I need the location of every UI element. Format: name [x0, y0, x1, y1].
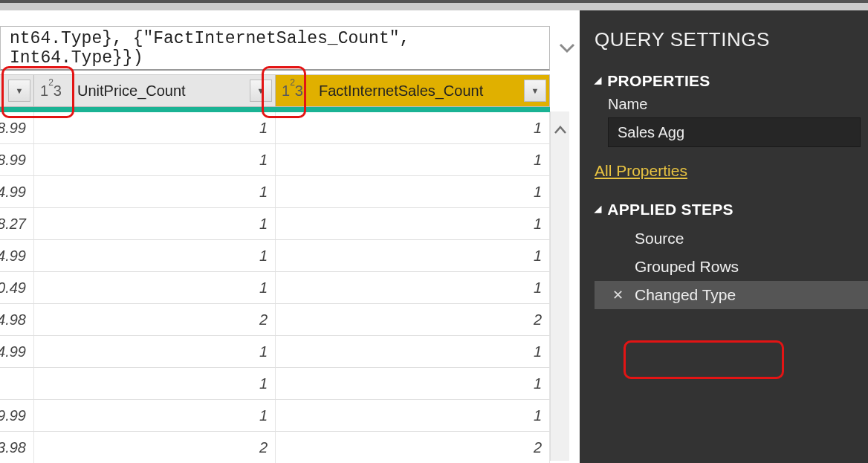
cell-unitprice-count: 1 [34, 240, 276, 271]
cell-unitprice-count: 1 [34, 400, 276, 431]
cell-factinternetsales-count: 1 [276, 112, 550, 143]
column-filter-icon[interactable]: ▼ [524, 80, 546, 102]
table-row[interactable]: 4.9911 [0, 336, 550, 368]
query-name-input[interactable]: Sales Agg [608, 117, 861, 147]
step-label: Grouped Rows [635, 258, 739, 276]
cell-unitprice-count: 1 [34, 336, 276, 367]
cell-factinternetsales-count: 1 [276, 400, 550, 431]
row-leading-cell [0, 368, 34, 399]
query-settings-panel: QUERY SETTINGS ◢ PROPERTIES Name Sales A… [580, 10, 868, 463]
cell-factinternetsales-count: 2 [276, 304, 550, 335]
column-header-factinternetsales-count[interactable]: 123 FactInternetSales_Count ▼ [276, 75, 550, 106]
cell-unitprice-count: 1 [34, 112, 276, 143]
formula-expand-button[interactable] [556, 37, 578, 59]
table-row[interactable]: 8.9911 [0, 112, 550, 144]
cell-factinternetsales-count: 1 [276, 176, 550, 207]
cell-unitprice-count: 1 [34, 144, 276, 175]
properties-section-header[interactable]: ◢ PROPERTIES [595, 72, 855, 90]
row-leading-cell: 0.49 [0, 272, 34, 303]
name-label: Name [608, 96, 855, 113]
table-row[interactable]: 3.9822 [0, 432, 550, 463]
row-leading-cell: 9.99 [0, 400, 34, 431]
properties-label: PROPERTIES [607, 72, 710, 90]
row-leading-cell: 4.99 [0, 240, 34, 271]
row-leading-cell: 8.99 [0, 144, 34, 175]
table-row[interactable]: 4.9911 [0, 176, 550, 208]
step-label: Changed Type [635, 286, 736, 304]
table-row[interactable]: 11 [0, 368, 550, 400]
column-filter-icon[interactable]: ▼ [250, 80, 272, 102]
select-all-filter-icon[interactable]: ▼ [8, 80, 30, 102]
column-name: FactInternetSales_Count [319, 82, 483, 100]
row-leading-cell: 8.27 [0, 208, 34, 239]
cell-factinternetsales-count: 1 [276, 336, 550, 367]
row-header-cell[interactable]: ▼ [0, 75, 34, 106]
cell-factinternetsales-count: 1 [276, 144, 550, 175]
row-leading-cell: 4.99 [0, 336, 34, 367]
cell-factinternetsales-count: 1 [276, 208, 550, 239]
cell-unitprice-count: 2 [34, 432, 276, 463]
step-label: Source [635, 230, 684, 247]
number-type-icon: 123 [40, 82, 62, 100]
collapse-icon: ◢ [595, 75, 601, 85]
cell-factinternetsales-count: 1 [276, 272, 550, 303]
applied-step[interactable]: Source [605, 224, 855, 253]
cell-factinternetsales-count: 1 [276, 368, 550, 399]
row-leading-cell: 4.98 [0, 304, 34, 335]
applied-step[interactable]: ✕Changed Type [595, 281, 868, 309]
row-leading-cell: 8.99 [0, 112, 34, 143]
collapse-icon: ◢ [595, 204, 601, 214]
scroll-up-icon[interactable] [553, 120, 568, 140]
row-leading-cell: 3.98 [0, 432, 34, 463]
table-row[interactable]: 9.9911 [0, 400, 550, 432]
table-row[interactable]: 4.9911 [0, 240, 550, 272]
cell-factinternetsales-count: 1 [276, 240, 550, 271]
applied-steps-section-header[interactable]: ◢ APPLIED STEPS [595, 201, 855, 218]
cell-unitprice-count: 1 [34, 208, 276, 239]
table-header-row: ▼ 123 UnitPrice_Count ▼ 123 FactInternet… [0, 74, 550, 107]
vertical-scrollbar[interactable] [550, 111, 569, 461]
number-type-icon: 123 [282, 82, 303, 100]
cell-unitprice-count: 1 [34, 176, 276, 207]
applied-steps-list: SourceGrouped Rows✕Changed Type [605, 224, 855, 309]
cell-unitprice-count: 1 [34, 272, 276, 303]
column-name: UnitPrice_Count [77, 82, 186, 100]
table-row[interactable]: 8.9911 [0, 144, 550, 176]
formula-bar[interactable]: nt64.Type}, {"FactInternetSales_Count", … [0, 26, 550, 71]
query-name-value: Sales Agg [618, 124, 684, 141]
applied-steps-label: APPLIED STEPS [607, 201, 733, 218]
cell-unitprice-count: 2 [34, 304, 276, 335]
table-row[interactable]: 4.9822 [0, 304, 550, 336]
applied-step[interactable]: Grouped Rows [605, 253, 855, 281]
row-leading-cell: 4.99 [0, 176, 34, 207]
cell-factinternetsales-count: 2 [276, 432, 550, 463]
data-quality-bar [0, 107, 550, 112]
panel-title: QUERY SETTINGS [595, 28, 855, 51]
cell-unitprice-count: 1 [34, 368, 276, 399]
delete-step-icon[interactable]: ✕ [612, 287, 624, 303]
table-row[interactable]: 0.4911 [0, 272, 550, 304]
formula-text: nt64.Type}, {"FactInternetSales_Count", … [10, 29, 540, 68]
table-row[interactable]: 8.2711 [0, 208, 550, 240]
data-table: ▼ 123 UnitPrice_Count ▼ 123 FactInternet… [0, 74, 550, 463]
all-properties-link[interactable]: All Properties [595, 162, 687, 180]
column-header-unitprice-count[interactable]: 123 UnitPrice_Count ▼ [34, 75, 276, 106]
